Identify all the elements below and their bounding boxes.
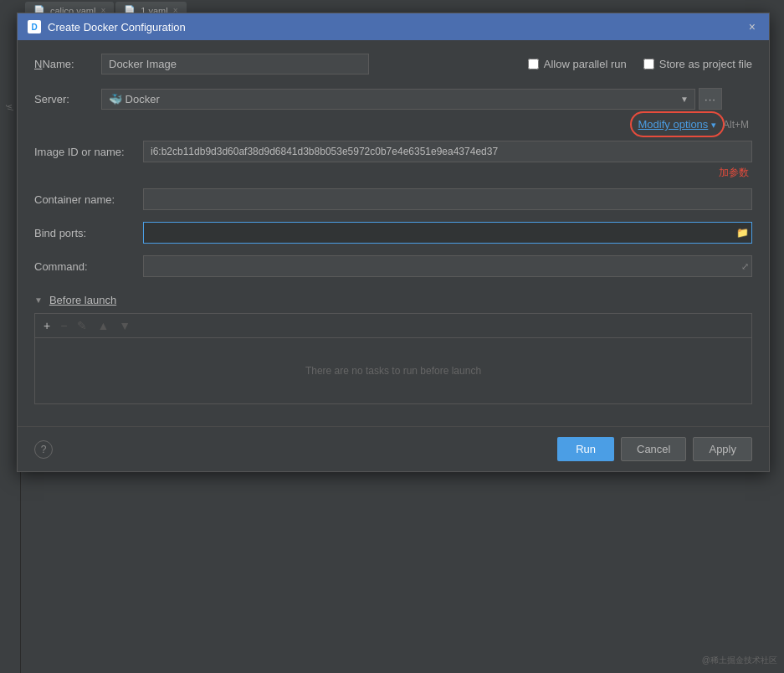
create-docker-dialog: D Create Docker Configuration × NName: A… [17, 13, 770, 472]
before-launch-tasks-area: There are no tasks to run before launch [34, 337, 752, 404]
store-project-checkbox[interactable] [643, 59, 654, 69]
name-label: NName: [34, 58, 101, 70]
modify-options-chevron-icon: ▾ [711, 120, 716, 130]
allow-parallel-label: Allow parallel run [544, 58, 627, 70]
image-id-text: i6:b2cb11db9d3d60af38d9d6841d3b8b053e597… [151, 146, 498, 157]
command-wrap: ⤢ [143, 255, 752, 277]
store-project-label: Store as project file [659, 58, 752, 70]
image-id-row: Image ID or name: i6:b2cb11db9d3d60af38d… [34, 141, 752, 162]
container-name-input[interactable] [143, 188, 752, 210]
image-id-input[interactable]: i6:b2cb11db9d3d60af38d9d6841d3b8b053e597… [143, 141, 752, 162]
before-launch-collapse-icon[interactable]: ▼ [34, 295, 43, 305]
docker-logo-icon: D [28, 20, 41, 33]
before-launch-down-button[interactable]: ▼ [115, 317, 134, 334]
cancel-button[interactable]: Cancel [621, 437, 686, 461]
apply-button[interactable]: Apply [693, 437, 752, 461]
modify-options-row: Modify options ▾ Alt+M [34, 118, 752, 131]
before-launch-add-button[interactable]: + [40, 317, 54, 334]
allow-parallel-checkbox[interactable] [528, 59, 539, 69]
before-launch-toolbar: + − ✎ ▲ ▼ [34, 313, 752, 337]
bind-ports-label: Bind ports: [34, 227, 143, 239]
checkbox-group: Allow parallel run Store as project file [528, 58, 752, 70]
before-launch-label: Before launch [49, 294, 116, 306]
image-id-label: Image ID or name: [34, 146, 143, 158]
server-row: Server: 🐳 Docker ▼ ··· [34, 88, 752, 110]
before-launch-up-button[interactable]: ▲ [94, 317, 112, 334]
name-row: NName: Allow parallel run Store as proje… [34, 54, 752, 74]
server-settings-button[interactable]: ··· [699, 88, 722, 110]
before-launch-remove-button[interactable]: − [57, 317, 70, 334]
bind-ports-input[interactable] [143, 222, 752, 244]
run-button[interactable]: Run [557, 437, 614, 461]
allow-parallel-item: Allow parallel run [528, 58, 627, 70]
dialog-titlebar: D Create Docker Configuration × [18, 13, 769, 40]
command-row: Command: ⤢ [34, 255, 752, 277]
container-name-label: Container name: [34, 193, 143, 206]
bind-ports-folder-icon[interactable]: 📁 [736, 227, 749, 239]
server-select[interactable]: 🐳 Docker [101, 89, 695, 110]
before-launch-header: ▼ Before launch [34, 294, 752, 306]
bind-ports-wrap: 📁 [143, 222, 752, 244]
modify-options-wrap: Modify options ▾ [638, 118, 716, 131]
image-annotation-row: 加参数 [34, 166, 752, 180]
dialog-close-button[interactable]: × [746, 18, 759, 35]
help-button[interactable]: ? [34, 440, 53, 459]
dialog-title: Create Docker Configuration [48, 21, 186, 33]
store-project-item: Store as project file [643, 58, 752, 70]
container-name-row: Container name: [34, 188, 752, 210]
watermark: @稀土掘金技术社区 [702, 655, 777, 666]
image-annotation-text: 加参数 [719, 166, 749, 180]
name-input[interactable] [101, 54, 369, 74]
before-launch-section: ▼ Before launch + − ✎ ▲ ▼ There are no t… [34, 294, 752, 404]
command-label: Command: [34, 260, 143, 273]
server-select-wrap: 🐳 Docker ▼ [101, 89, 695, 110]
before-launch-edit-button[interactable]: ✎ [74, 317, 90, 334]
no-tasks-text: There are no tasks to run before launch [305, 365, 481, 377]
bind-ports-row: Bind ports: 📁 [34, 222, 752, 244]
modify-options-link[interactable]: Modify options [638, 118, 709, 131]
dialog-footer: ? Run Cancel Apply [18, 426, 769, 471]
footer-buttons: Run Cancel Apply [557, 437, 752, 461]
dialog-body: NName: Allow parallel run Store as proje… [18, 40, 769, 418]
alt-shortcut-label: Alt+M [723, 119, 749, 131]
server-label: Server: [34, 93, 101, 105]
command-input[interactable] [143, 255, 752, 277]
command-expand-icon[interactable]: ⤢ [741, 261, 749, 272]
titlebar-left: D Create Docker Configuration [28, 20, 186, 33]
